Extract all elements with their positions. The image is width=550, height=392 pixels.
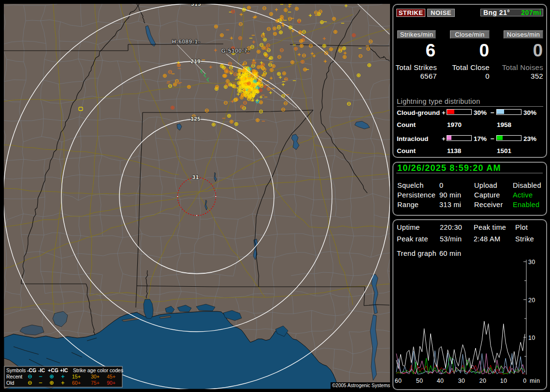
svg-text:0: 0 xyxy=(523,378,526,384)
svg-text:90+: 90+ xyxy=(107,380,116,386)
svg-text:min: min xyxy=(530,378,540,384)
svg-text:10: 10 xyxy=(528,335,536,341)
svg-text:30+: 30+ xyxy=(91,374,100,379)
svg-text:50: 50 xyxy=(416,378,423,384)
svg-text:75+: 75+ xyxy=(91,380,100,386)
svg-text:15+: 15+ xyxy=(72,374,81,379)
svg-text:60: 60 xyxy=(395,378,402,384)
svg-text:20: 20 xyxy=(528,297,536,304)
svg-text:+IC: +IC xyxy=(60,367,68,373)
svg-text:20: 20 xyxy=(479,378,487,384)
svg-text:313: 313 xyxy=(191,4,202,7)
svg-text:-CG: -CG xyxy=(27,367,36,373)
svg-text:G-5100-7-: G-5100-7- xyxy=(221,48,250,54)
svg-text:60+: 60+ xyxy=(72,380,81,386)
svg-text:30: 30 xyxy=(458,378,465,384)
svg-text:©2005 Astrogenic Systems: ©2005 Astrogenic Systems xyxy=(332,383,390,388)
svg-text:+CG: +CG xyxy=(48,367,58,373)
svg-text:Symbols: Symbols xyxy=(6,367,26,373)
svg-text:31: 31 xyxy=(192,174,199,180)
svg-text:Strike age color codes: Strike age color codes xyxy=(73,367,123,373)
svg-text:Recent: Recent xyxy=(6,374,22,379)
svg-text:219: 219 xyxy=(191,58,201,64)
svg-text:45+: 45+ xyxy=(107,374,116,379)
svg-text:30: 30 xyxy=(528,259,536,266)
svg-text:Old: Old xyxy=(6,380,14,386)
svg-text:40: 40 xyxy=(437,378,444,384)
svg-text:125: 125 xyxy=(191,116,201,122)
svg-text:H-6089-1-: H-6089-1- xyxy=(172,39,201,44)
svg-text:-IC: -IC xyxy=(38,367,45,373)
svg-text:10: 10 xyxy=(500,378,507,384)
